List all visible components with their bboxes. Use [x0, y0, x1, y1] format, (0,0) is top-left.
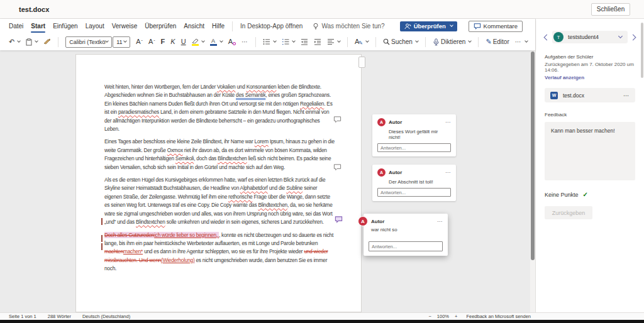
chevron-down-icon	[123, 39, 127, 43]
chevron-down-icon	[17, 39, 21, 43]
text-effects-icon: A	[228, 38, 233, 45]
comment-card[interactable]: A Autor ⋯ Dieses Wort gefällt mir nicht!	[372, 114, 456, 156]
underline-button[interactable]: U	[179, 37, 189, 47]
zoom-in-button[interactable]: +	[455, 314, 457, 319]
file-menu-button[interactable]: ⋯	[623, 92, 630, 99]
more-font-options-button[interactable]: ⋯	[239, 37, 251, 47]
document-paragraph[interactable]: Eines Tages aber beschloss eine kleine Z…	[104, 138, 336, 172]
increase-indent-button[interactable]	[311, 37, 324, 47]
student-selector[interactable]: T teststudent4	[552, 31, 628, 43]
student-navigator: T teststudent4	[545, 31, 635, 43]
paste-button[interactable]	[23, 37, 40, 47]
menu-tab-überprüfen[interactable]: Überprüfen	[141, 19, 180, 33]
ellipsis-icon: ⋯	[515, 38, 522, 45]
document-paragraph[interactable]: Doch alles Gutzuredenich würde lieber so…	[104, 231, 336, 273]
numbered-list-button[interactable]	[279, 37, 297, 47]
word-online-window: test.docx Schließen DateiStartEinfügenLa…	[0, 0, 644, 323]
dictate-button[interactable]: Diktieren	[430, 37, 474, 47]
collapse-ribbon-chevron-icon[interactable]	[525, 39, 528, 43]
highlight-color-button[interactable]	[189, 37, 207, 47]
scrollbar-thumb[interactable]	[531, 52, 535, 260]
chevron-down-icon	[105, 39, 109, 43]
font-size-select[interactable]: 11	[113, 36, 130, 48]
send-feedback-link[interactable]: Feedback an Microsoft senden	[466, 314, 531, 319]
zoom-out-button[interactable]: −	[428, 314, 431, 319]
format-painter-button[interactable]	[41, 37, 53, 47]
caret-up-icon: ˆ	[142, 40, 143, 44]
open-in-desktop-link[interactable]: In Desktop-App öffnen	[240, 23, 303, 30]
author-avatar: A	[358, 216, 368, 226]
comment-menu-button[interactable]: ⋯	[445, 170, 451, 175]
menu-tab-hilfe[interactable]: Hilfe	[208, 19, 228, 33]
language-status[interactable]: Deutsch (Deutschland)	[82, 314, 130, 319]
attached-file-card[interactable]: W test.docx ⋯	[545, 88, 635, 102]
comment-reply-input[interactable]	[377, 188, 451, 197]
font-name-select[interactable]: Calibri (Textkör...	[65, 36, 112, 48]
feedback-label: Feedback	[545, 112, 635, 118]
menu-tab-start[interactable]: Start	[27, 19, 49, 33]
menu-tab-einfügen[interactable]: Einfügen	[49, 19, 81, 33]
divider	[58, 37, 58, 47]
return-button[interactable]: Zurückgeben	[545, 206, 592, 219]
chevron-down-icon	[201, 39, 205, 43]
menu-tab-ansicht[interactable]: Ansicht	[180, 19, 208, 33]
word-count-status[interactable]: 288 Wörter	[48, 314, 71, 319]
feedback-textarea[interactable]: Kann man besser machen!	[545, 122, 635, 180]
styles-pen-icon: ✎	[358, 40, 363, 46]
menu-tab-datei[interactable]: Datei	[5, 19, 27, 33]
decrease-indent-icon	[301, 38, 308, 45]
chevron-down-icon	[450, 23, 453, 27]
lightbulb-icon	[313, 23, 319, 30]
comment-marker-active-icon[interactable]	[335, 216, 343, 223]
comment-reply-input[interactable]	[369, 241, 443, 251]
dictate-label: Diktieren	[441, 38, 465, 45]
document-scrollbar[interactable]	[530, 50, 535, 312]
search-label: Suchen	[391, 38, 413, 45]
comment-menu-button[interactable]: ⋯	[445, 119, 451, 125]
comment-menu-button[interactable]: ⋯	[437, 219, 443, 224]
tell-me-label: Was möchten Sie tun?	[321, 23, 384, 30]
comment-card[interactable]: A Autor ⋯ Der Abschnitt ist toll!	[372, 165, 456, 201]
toolbar: ↶ Calibri (Textkör... 11 Aˆ	[0, 33, 535, 50]
menu-tab-verweise[interactable]: Verweise	[108, 19, 142, 33]
tracked-change-bar	[101, 235, 103, 242]
comment-card-active[interactable]: A Autor ⋯ war nicht so	[364, 214, 448, 256]
decrease-indent-button[interactable]	[298, 37, 311, 47]
document-paragraph[interactable]: Weit hinten, hinter den Wortbergen, fern…	[104, 83, 336, 133]
more-toolbar-button[interactable]: ⋯	[513, 37, 525, 47]
close-button[interactable]: Schließen	[591, 3, 630, 16]
next-student-chevron-icon[interactable]	[630, 34, 636, 40]
undo-button[interactable]: ↶	[6, 37, 23, 47]
chevron-down-icon	[35, 39, 38, 43]
sidebar-scrollbar-thumb[interactable]	[641, 23, 643, 78]
comment-marker-icon[interactable]	[333, 163, 341, 171]
comment-marker-icon[interactable]	[333, 116, 341, 123]
shrink-font-icon: A	[148, 38, 153, 45]
chevron-down-icon	[365, 39, 369, 43]
styles-button[interactable]: A✎	[352, 36, 371, 47]
comment-text: Dieses Wort gefällt mir nicht!	[389, 129, 451, 140]
font-color-button[interactable]: A	[208, 37, 225, 47]
zoom-level[interactable]: 100%	[437, 314, 449, 319]
page-count-status[interactable]: Seite 1 von 1	[9, 314, 36, 319]
menu-tab-layout[interactable]: Layout	[82, 19, 108, 33]
divider	[347, 37, 348, 47]
previous-student-chevron-icon[interactable]	[544, 34, 550, 40]
grow-font-button[interactable]: Aˆ	[133, 37, 145, 47]
view-history-link[interactable]: Verlauf anzeigen	[545, 75, 635, 80]
editor-button[interactable]: ✎Editor	[483, 36, 511, 47]
tell-me-box[interactable]: Was möchten Sie tun?	[313, 23, 384, 30]
bullet-list-button[interactable]	[260, 37, 279, 47]
review-mode-dropdown[interactable]: Überprüfen	[400, 21, 457, 31]
document-page[interactable]: Weit hinten, hinter den Wortbergen, fern…	[75, 54, 362, 312]
bold-button[interactable]: F	[158, 37, 168, 47]
text-effects-button[interactable]: A	[226, 37, 238, 47]
document-paragraph[interactable]: Als es die ersten Hügel des Kursivgebirg…	[104, 176, 336, 226]
shrink-font-button[interactable]: Aˇ	[146, 37, 158, 47]
comment-reply-input[interactable]	[377, 143, 451, 152]
search-button[interactable]: Suchen	[380, 37, 421, 47]
comments-button[interactable]: Kommentare	[469, 21, 523, 32]
alignment-button[interactable]	[325, 37, 343, 47]
bullet-list-icon	[263, 38, 270, 45]
italic-button[interactable]: K	[168, 37, 177, 47]
